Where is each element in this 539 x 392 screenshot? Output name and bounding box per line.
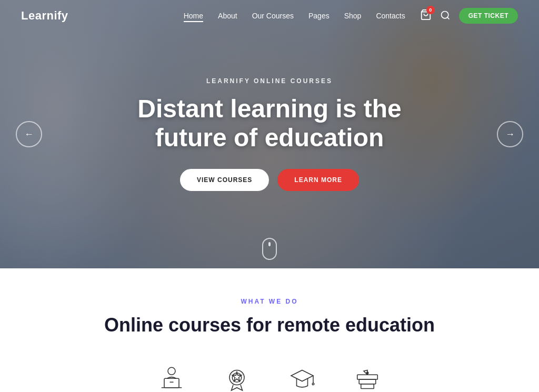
- svg-marker-10: [291, 370, 313, 381]
- cart-badge: 0: [426, 6, 435, 14]
- view-courses-button[interactable]: VIEW COURSES: [180, 169, 269, 191]
- search-icon: [440, 10, 451, 21]
- slider-next-button[interactable]: →: [497, 121, 523, 147]
- svg-point-8: [232, 373, 242, 383]
- what-we-do-section: WHAT WE DO Online courses for remote edu…: [0, 268, 539, 392]
- student-laptop-icon: [157, 365, 186, 392]
- hero-section: ← LEARNIFY ONLINE COURSES Distant learni…: [0, 0, 539, 268]
- feature-item-study-materials: [351, 363, 384, 392]
- feature-item-certification: [220, 363, 254, 392]
- nav-links: Home About Our Courses Pages Shop Contac…: [184, 11, 405, 21]
- feature-item-graduation: [285, 363, 319, 392]
- features-row: [21, 357, 518, 392]
- svg-marker-9: [232, 372, 242, 381]
- books-icon: [353, 365, 382, 392]
- graduation-cap-icon: [287, 365, 317, 392]
- svg-rect-15: [361, 384, 374, 389]
- get-ticket-button[interactable]: GET TICKET: [459, 8, 518, 24]
- svg-line-2: [447, 17, 450, 19]
- arrow-right-icon: →: [505, 129, 515, 140]
- hero-title: Distant learning is the future of educat…: [112, 94, 427, 152]
- nav-item-contacts[interactable]: Contacts: [376, 11, 405, 21]
- certificate-icon: [222, 365, 252, 392]
- svg-rect-13: [357, 375, 378, 379]
- section-title: Online courses for remote education: [21, 314, 518, 336]
- hero-content: LEARNIFY ONLINE COURSES Distant learning…: [112, 77, 427, 191]
- hero-buttons: VIEW COURSES LEARN MORE: [112, 169, 427, 191]
- slider-prev-button[interactable]: ←: [16, 121, 42, 147]
- scroll-dot: [268, 242, 271, 246]
- graduation-icon-wrap: [285, 363, 319, 392]
- nav-item-our-courses[interactable]: Our Courses: [252, 11, 294, 21]
- svg-point-3: [168, 367, 175, 375]
- svg-rect-14: [359, 379, 376, 384]
- learn-more-button[interactable]: LEARN MORE: [277, 169, 359, 191]
- search-button[interactable]: [440, 10, 451, 22]
- svg-point-12: [312, 383, 314, 385]
- svg-rect-4: [164, 378, 179, 388]
- svg-point-1: [441, 11, 448, 18]
- svg-point-16: [366, 372, 368, 374]
- books-icon-wrap: [351, 363, 384, 392]
- hero-eyebrow: LEARNIFY ONLINE COURSES: [112, 77, 427, 85]
- scroll-indicator: [262, 238, 277, 260]
- navbar: Learnify Home About Our Courses Pages Sh…: [0, 0, 539, 32]
- student-laptop-icon-wrap: [155, 363, 188, 392]
- arrow-left-icon: ←: [24, 129, 34, 140]
- cart-button[interactable]: 0: [420, 9, 432, 23]
- nav-item-shop[interactable]: Shop: [344, 11, 362, 21]
- nav-item-about[interactable]: About: [218, 11, 237, 21]
- feature-item-online-learning: [155, 363, 188, 392]
- nav-item-pages[interactable]: Pages: [308, 11, 330, 21]
- site-logo[interactable]: Learnify: [21, 9, 68, 23]
- nav-item-home[interactable]: Home: [184, 11, 203, 21]
- section-eyebrow: WHAT WE DO: [21, 298, 518, 305]
- nav-actions: 0 GET TICKET: [420, 8, 518, 24]
- certificate-icon-wrap: [220, 363, 254, 392]
